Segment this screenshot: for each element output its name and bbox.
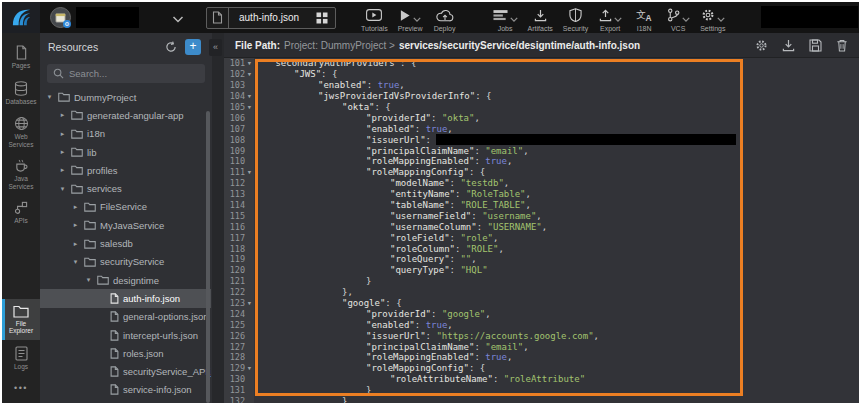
toolbar-button-label: Tutorials (361, 25, 388, 32)
redacted-project-name (76, 7, 139, 28)
line-gutter: 103 (224, 80, 254, 91)
code-line-127: 127"principalClaimName": "email", (224, 341, 859, 352)
tree-right-arrow-icon[interactable]: ▸ (71, 203, 80, 211)
tree-item-label: auth-info.json (123, 293, 180, 304)
line-number: 114 (230, 200, 245, 210)
search-box[interactable] (47, 64, 205, 83)
line-gutter: 101▼ (224, 58, 254, 69)
tree-item-securityservice-api-js[interactable]: securityService_API.js (40, 362, 211, 380)
fold-arrow-icon[interactable]: ▼ (245, 300, 254, 306)
fold-arrow-icon[interactable]: ▼ (245, 93, 254, 99)
toolbar-button-tutorials[interactable]: Tutorials (356, 8, 393, 32)
tree-down-arrow-icon[interactable]: ▾ (71, 258, 80, 266)
tree-item-label: roles.json (123, 348, 164, 359)
tree-item-i18n[interactable]: ▸i18n (40, 125, 211, 143)
toolbar-button-jobs[interactable]: Jobs (488, 8, 523, 32)
tree-item-securityservice[interactable]: ▾securityService (40, 253, 211, 271)
code-line-117: 117"roleField": "role", (224, 232, 859, 243)
sidebar-item-databases[interactable]: Databases (2, 75, 40, 111)
save-file-icon[interactable] (809, 39, 822, 52)
line-number: 118 (230, 244, 245, 254)
tree-down-arrow-icon[interactable]: ▾ (45, 93, 54, 101)
sidebar-item-pages[interactable]: Pages (2, 39, 40, 75)
tree-item-fileservice[interactable]: ▸FileService (40, 198, 211, 216)
tree-down-arrow-icon[interactable]: ▾ (58, 185, 67, 193)
toolbar-button-preview[interactable]: Preview (393, 8, 428, 32)
fold-arrow-icon[interactable]: ▼ (245, 104, 254, 110)
tree-right-arrow-icon[interactable]: ▸ (58, 166, 67, 174)
toolbar-button-security[interactable]: Security (558, 8, 593, 32)
chevron-down-icon[interactable] (172, 9, 184, 27)
tree-item-intercept-urls-json[interactable]: intercept-urls.json (40, 326, 211, 344)
fold-arrow-icon[interactable]: ▼ (245, 365, 254, 371)
breadcrumb-actions (755, 39, 848, 52)
fold-arrow-icon[interactable]: ▼ (245, 60, 254, 66)
toolbar-button-vcs[interactable]: VCS (661, 8, 695, 32)
toolbar-button-deploy[interactable]: Deploy (428, 8, 462, 32)
gear-icon (701, 8, 715, 22)
toolbar-button-export[interactable]: Export (593, 8, 627, 32)
tree-down-arrow-icon[interactable]: ▾ (84, 276, 93, 284)
rail-spacer (2, 230, 40, 299)
toolbar-button-i18n[interactable]: 文AI18N (627, 8, 661, 32)
tree-item-designtime[interactable]: ▾designtime (40, 271, 211, 289)
tree-item-roles-json[interactable]: roles.json (40, 344, 211, 362)
code-line-126: 126"issuerUrl": "https://accounts.google… (224, 330, 859, 341)
collapse-panel-icon[interactable]: « (209, 39, 222, 56)
file-tab[interactable]: auth-info.json (206, 7, 336, 29)
tree-item-salesdb[interactable]: ▸salesdb (40, 234, 211, 252)
wavemaker-logo[interactable] (2, 2, 40, 33)
tree-item-generated-angular-app[interactable]: ▸generated-angular-app (40, 106, 211, 124)
tree-right-arrow-icon[interactable]: ▸ (58, 130, 67, 138)
tree-right-arrow-icon[interactable]: ▸ (58, 148, 67, 156)
tree-right-arrow-icon[interactable]: ▸ (58, 111, 67, 119)
tree-item-dummyproject[interactable]: ▾DummyProject (40, 88, 211, 106)
more-options-icon[interactable]: ••• (2, 375, 40, 403)
download-file-icon[interactable] (782, 39, 795, 52)
tree-item-profiles[interactable]: ▸profiles (40, 161, 211, 179)
sidebar-item-label: APIs (14, 217, 28, 225)
project-avatar: ⚙ (50, 7, 71, 28)
toolbar-button-settings[interactable]: Settings (695, 8, 730, 32)
line-number: 115 (230, 211, 245, 221)
tree-item-lib[interactable]: ▸lib (40, 143, 211, 161)
top-header: ⚙ auth-info.json TutorialsPreviewDeployJ… (2, 2, 859, 33)
fold-arrow-icon[interactable]: ▼ (245, 169, 254, 175)
line-gutter: 104▼ (224, 91, 254, 102)
settings-gear-icon[interactable] (755, 39, 768, 52)
tree-right-arrow-icon[interactable]: ▸ (71, 240, 80, 248)
tree-item-service-info-json[interactable]: service-info.json (40, 381, 211, 399)
toolbar-button-artifacts[interactable]: Artifacts (523, 8, 558, 32)
sidebar-item-label: Web Services (3, 133, 39, 148)
sidebar-item-logs[interactable]: Logs (2, 340, 40, 376)
code-text: "roleMappingConfig": { (254, 167, 485, 178)
sidebar-item-java-services[interactable]: Java Services (2, 153, 40, 195)
sidebar-item-apis[interactable]: APIs (2, 195, 40, 230)
line-gutter: 109 (224, 145, 254, 156)
tree-item-wm-xss-policies-json[interactable]: wm-xss-policies.json (40, 399, 211, 403)
line-number: 128 (230, 352, 245, 362)
pages-icon (15, 45, 28, 60)
code-editor[interactable]: 101▼"secondaryAuthProviders": {102▼"JWS"… (224, 58, 859, 403)
left-nav-rail: PagesDatabasesWeb ServicesJava ServicesA… (2, 33, 40, 403)
folder-icon (71, 110, 83, 120)
refresh-icon[interactable] (165, 41, 177, 53)
tree-item-myjavaservice[interactable]: ▸MyJavaService (40, 216, 211, 234)
tree-scrollbar[interactable] (206, 111, 210, 403)
tree-item-auth-info-json[interactable]: auth-info.json (40, 289, 211, 307)
sidebar-item-label: Logs (14, 363, 28, 371)
project-switcher[interactable]: ⚙ (40, 7, 190, 28)
line-number: 117 (230, 233, 245, 243)
code-line-111: 111▼"roleMappingConfig": { (224, 167, 859, 178)
delete-file-icon[interactable] (836, 39, 848, 52)
tree-right-arrow-icon[interactable]: ▸ (71, 221, 80, 229)
sidebar-item-file-explorer[interactable]: File Explorer (2, 299, 40, 340)
sidebar-item-web-services[interactable]: Web Services (2, 110, 40, 153)
add-resource-button[interactable]: + (185, 39, 201, 55)
fold-arrow-icon[interactable]: ▼ (245, 71, 254, 77)
chevron-down-icon (717, 8, 725, 26)
tree-item-general-options-json[interactable]: general-options.json (40, 308, 211, 326)
tree-item-services[interactable]: ▾services (40, 179, 211, 197)
grid-view-icon[interactable] (309, 12, 335, 24)
search-input[interactable] (69, 68, 199, 79)
